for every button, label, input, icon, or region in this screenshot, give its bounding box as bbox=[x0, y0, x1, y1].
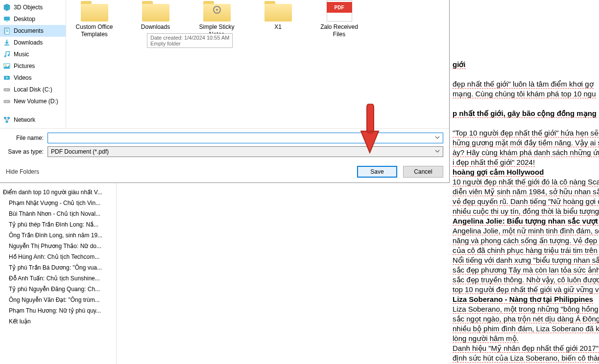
svg-rect-1 bbox=[6, 21, 8, 22]
document-line: sắc ngọt ngào, pha trộn nét dịu dàng Á Đ… bbox=[453, 314, 599, 324]
outline-item[interactable]: Tỷ phú Trần Bá Dương: "Ông vua... bbox=[0, 262, 116, 273]
svg-rect-19 bbox=[6, 121, 8, 123]
document-line: nhiều bộ phim đình đám, Liza Soberano đã… bbox=[453, 324, 599, 334]
document-line bbox=[453, 69, 599, 79]
outline-item[interactable]: Đỗ Anh Tuấn: Chủ tịch Sunshine... bbox=[0, 273, 116, 284]
outline-item[interactable]: Hồ Hùng Anh: Chủ tịch Techcom... bbox=[0, 251, 116, 262]
document-line: mạng. Cùng chúng tôi khám phá top 10 ngu bbox=[453, 89, 599, 99]
document-line: lòng người hâm mộ. bbox=[453, 334, 599, 343]
folder-item[interactable]: X1 bbox=[255, 0, 301, 31]
outline-item[interactable]: Kết luận bbox=[0, 316, 116, 327]
document-line bbox=[453, 118, 599, 128]
nav-item-label: 3D Objects bbox=[14, 4, 43, 11]
documents-icon bbox=[3, 27, 11, 35]
folder-item[interactable]: Simple Sticky Notes bbox=[193, 0, 240, 38]
document-line: Angelina Jolie: Biểu tượng nhan sắc vượt… bbox=[453, 216, 599, 226]
folder-tooltip: Date created: 1/4/2024 10:55 AM Empty fo… bbox=[147, 33, 233, 48]
folder-label: Zalo Received Files bbox=[316, 23, 362, 38]
nav-item-downloads[interactable]: Downloads bbox=[0, 37, 66, 48]
outline-item[interactable]: Tỷ phú thép Trần Đình Long: Nắ... bbox=[0, 219, 116, 230]
document-line: ày? Hãy cùng khám phá danh sách những ứn bbox=[453, 148, 599, 158]
document-line: diễn viên Mỹ sinh năm 1984, sở hữu nhan … bbox=[453, 187, 599, 197]
svg-point-9 bbox=[8, 54, 10, 56]
folder-content-pane[interactable]: Custom Office TemplatesDownloadsSimple S… bbox=[66, 0, 449, 128]
dialog-body: 3D ObjectsDesktopDocumentsDownloadsMusic… bbox=[0, 0, 449, 128]
document-line: i đẹp nhất thế giới" 2024! bbox=[453, 158, 599, 167]
document-line: đẹp nhất thế giới" luôn là tâm điểm khơi… bbox=[453, 79, 599, 89]
cube-icon bbox=[3, 3, 11, 11]
nav-item-videos[interactable]: Videos bbox=[0, 72, 66, 84]
document-line: vẻ đẹp quyến rũ. Danh tiếng "Nữ hoàng gợ… bbox=[453, 197, 599, 206]
nav-item-desktop[interactable]: Desktop bbox=[0, 13, 66, 25]
network-icon bbox=[3, 116, 11, 124]
downloads-icon bbox=[3, 39, 11, 46]
outline-item[interactable]: Nguyễn Thị Phương Thảo: Nữ do... bbox=[0, 241, 116, 251]
outline-item[interactable]: Ông Trần Đình Long, sinh năm 19... bbox=[0, 230, 116, 241]
outline-item[interactable]: Bùi Thành Nhơn - Chủ tịch Noval... bbox=[0, 208, 116, 219]
document-line: giới bbox=[453, 60, 599, 69]
save-button[interactable]: Save bbox=[357, 166, 397, 178]
folder-grid: Custom Office TemplatesDownloadsSimple S… bbox=[71, 0, 444, 38]
nav-item-3d-objects[interactable]: 3D Objects bbox=[0, 1, 66, 13]
document-outline-pane: Điểm danh top 10 người giàu nhất V...Phạ… bbox=[0, 183, 117, 364]
nav-item-label: Documents bbox=[14, 27, 44, 34]
svg-rect-3 bbox=[5, 28, 9, 34]
dialog-footer: File name: Save as type: PDF Document (*… bbox=[0, 128, 449, 182]
svg-point-11 bbox=[5, 65, 7, 66]
nav-item-music[interactable]: Music bbox=[0, 48, 66, 60]
saveastype-label: Save as type: bbox=[6, 148, 48, 155]
filename-label: File name: bbox=[6, 135, 48, 141]
nav-item-label: Music bbox=[14, 51, 29, 58]
tooltip-line2: Empty folder bbox=[150, 41, 229, 46]
chevron-down-icon[interactable] bbox=[435, 149, 440, 154]
svg-point-14 bbox=[8, 90, 9, 91]
document-line: Liza Soberano - Nàng thơ tại Philippines bbox=[453, 295, 599, 304]
outline-item[interactable]: Phạm Nhật Vượng - Chủ tịch Vin... bbox=[0, 198, 116, 208]
outline-item[interactable]: Tỷ phú Nguyễn Đăng Quang: Ch... bbox=[0, 284, 116, 295]
nav-item-documents[interactable]: Documents bbox=[0, 25, 66, 37]
folder-label: Custom Office Templates bbox=[71, 23, 118, 38]
folder-item[interactable]: Custom Office Templates bbox=[71, 0, 118, 38]
document-line: định sức hút của Liza Soberano, biến cô … bbox=[453, 353, 599, 363]
nav-item-pictures[interactable]: Pictures bbox=[0, 60, 66, 72]
svg-rect-18 bbox=[7, 117, 10, 119]
cancel-button[interactable]: Cancel bbox=[403, 166, 443, 178]
svg-point-21 bbox=[216, 9, 218, 11]
nav-item-label: Downloads bbox=[14, 39, 43, 46]
folder-label: Downloads bbox=[132, 23, 179, 31]
document-line: Danh hiệu "Mỹ nhân đẹp nhất thế giới 201… bbox=[453, 343, 599, 353]
document-line: "Top 10 người đẹp nhất thế giới" hứa hẹn… bbox=[453, 128, 599, 138]
document-line: 10 người đẹp nhất thế giới đó là cô nàng… bbox=[453, 177, 599, 187]
tooltip-line1: Date created: 1/4/2024 10:55 AM bbox=[150, 35, 229, 41]
chevron-down-icon[interactable] bbox=[435, 135, 440, 140]
pictures-icon bbox=[3, 62, 11, 70]
document-line: sắc đẹp truyền thông. Nhờ vậy, cô luôn đ… bbox=[453, 275, 599, 285]
document-line: của cô đã chinh phục hàng triệu trái tim… bbox=[453, 246, 599, 255]
navigation-pane: 3D ObjectsDesktopDocumentsDownloadsMusic… bbox=[0, 0, 66, 128]
desktop-icon bbox=[3, 15, 11, 23]
document-content: giới đẹp nhất thế giới" luôn là tâm điểm… bbox=[453, 60, 599, 363]
nav-item-label: Network bbox=[14, 116, 35, 123]
document-line: Nổi tiếng với danh xưng "biểu tượng nhan… bbox=[453, 255, 599, 265]
nav-item-label: Videos bbox=[14, 74, 31, 81]
svg-point-16 bbox=[8, 101, 9, 102]
document-line: hoàng gợi cảm Hollywood bbox=[453, 167, 599, 177]
nav-item-label: Pictures bbox=[14, 63, 35, 69]
folder-label: X1 bbox=[255, 23, 301, 31]
outline-item[interactable]: Phạm Thu Hương: Nữ tỷ phú quy... bbox=[0, 305, 116, 316]
nav-item-local-disk-c-[interactable]: Local Disk (C:) bbox=[0, 84, 66, 95]
nav-item-label: Local Disk (C:) bbox=[14, 86, 52, 93]
hide-folders-link[interactable]: Hide Folders bbox=[6, 168, 39, 175]
music-icon bbox=[3, 50, 11, 58]
svg-rect-0 bbox=[4, 17, 10, 21]
document-line: sắc đẹp phương Tây mà còn lan tỏa sức ản… bbox=[453, 265, 599, 275]
nav-item-new-volume-d-[interactable]: New Volume (D:) bbox=[0, 95, 66, 107]
document-line: Angelina Jolie, một nữ minh tinh đình đá… bbox=[453, 226, 599, 236]
outline-item[interactable]: Điểm danh top 10 người giàu nhất V... bbox=[0, 187, 116, 198]
outline-item[interactable]: Ông Nguyễn Văn Đạt: "Ông trùm... bbox=[0, 295, 116, 305]
filename-input[interactable] bbox=[48, 133, 443, 143]
folder-item[interactable]: PDFZalo Received Files bbox=[316, 0, 362, 38]
nav-item-network[interactable]: Network bbox=[0, 114, 66, 126]
folder-item[interactable]: Downloads bbox=[132, 0, 179, 31]
saveastype-dropdown[interactable]: PDF Document (*.pdf) bbox=[48, 146, 443, 157]
